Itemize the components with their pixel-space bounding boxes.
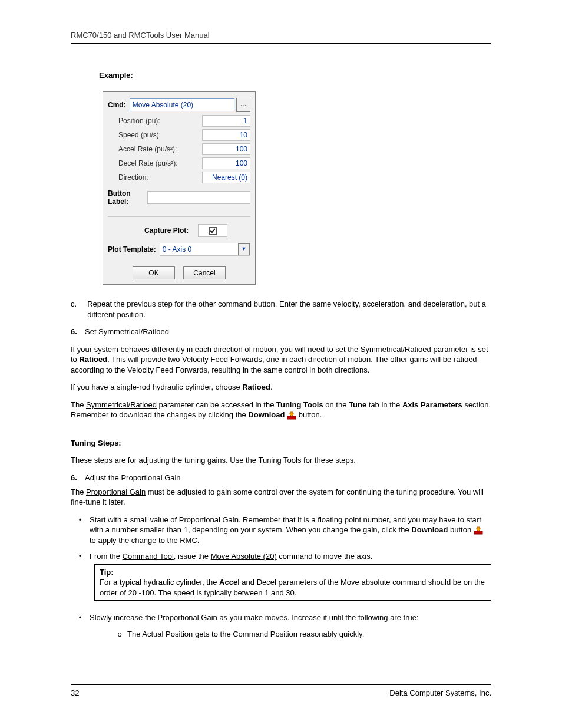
capture-plot-label: Capture Plot: — [144, 226, 189, 235]
bullet-dot: • — [71, 515, 90, 546]
param-speed-label: Speed (pu/s): — [108, 131, 202, 139]
param-speed-value[interactable] — [202, 129, 250, 141]
tuning-steps-heading: Tuning Steps: — [71, 438, 491, 449]
plot-template-select[interactable]: 0 - Axis 0 ▼ — [160, 243, 250, 256]
svg-rect-5 — [475, 532, 477, 532]
cancel-button[interactable]: Cancel — [183, 266, 226, 279]
tip-box: Tip: For a typical hydraulic cylinder, t… — [94, 564, 491, 601]
cmd-browse-button[interactable]: ... — [236, 98, 250, 112]
param-accel-label: Accel Rate (pu/s²): — [108, 145, 202, 153]
cmd-label: Cmd: — [108, 101, 126, 109]
svg-rect-2 — [289, 417, 290, 417]
step6b-text: Adjust the Proportional Gain — [85, 473, 181, 483]
step-c-text: Repeat the previous step for the other c… — [87, 299, 491, 319]
bullet-dot: • — [71, 612, 90, 623]
cmd-input[interactable] — [130, 98, 234, 111]
param-direction-value[interactable] — [202, 172, 250, 183]
para-single-rod: If you have a single-rod hydraulic cylin… — [71, 382, 491, 393]
tip-label: Tip: — [100, 567, 486, 578]
param-decel-value[interactable] — [202, 157, 250, 169]
step6b-marker: 6. — [71, 473, 85, 483]
link-proportional-gain[interactable]: Proportional Gain — [86, 487, 146, 496]
link-move-absolute[interactable]: Move Absolute (20) — [211, 552, 277, 561]
para-sym-ratioed-1: If your system behaves differently in ea… — [71, 344, 491, 375]
bullet-slowly-increase: Slowly increase the Proportional Gain as… — [90, 612, 491, 623]
page-header: RMC70/150 and RMCTools User Manual — [71, 31, 491, 44]
step6a-text: Set Symmetrical/Ratioed — [85, 327, 169, 337]
dialog-divider — [108, 216, 250, 217]
svg-rect-1 — [287, 416, 296, 419]
para-access-tuning-tools: The Symmetrical/Ratioed parameter can be… — [71, 400, 491, 420]
tip-text: For a typical hydraulic cylinder, the Ac… — [100, 577, 486, 598]
download-icon — [474, 526, 483, 535]
capture-plot-checkbox[interactable] — [198, 224, 227, 237]
page-number: 32 — [71, 689, 79, 697]
button-label-input[interactable] — [147, 191, 250, 204]
svg-rect-3 — [290, 417, 292, 417]
download-icon — [287, 411, 296, 420]
footer-company: Delta Computer Systems, Inc. — [389, 689, 491, 697]
header-title: RMC70/150 and RMCTools User Manual — [71, 31, 210, 39]
param-accel-value[interactable] — [202, 143, 250, 155]
plot-template-label: Plot Template: — [108, 245, 156, 253]
para-proportional-gain: The Proportional Gain must be adjusted t… — [71, 487, 491, 508]
link-command-tool[interactable]: Command Tool — [123, 552, 174, 561]
param-position-label: Position (pu): — [108, 117, 202, 125]
bullet-dot: • — [71, 551, 90, 562]
sub-marker: o — [112, 629, 127, 640]
step6a-marker: 6. — [71, 327, 85, 337]
bullet-command-tool: From the Command Tool, issue the Move Ab… — [90, 551, 491, 562]
param-decel-label: Decel Rate (pu/s²): — [108, 159, 202, 167]
button-label-label: Button Label: — [108, 189, 145, 206]
page-footer: 32 Delta Computer Systems, Inc. — [71, 684, 491, 697]
param-direction-label: Direction: — [108, 173, 202, 182]
plot-template-value: 0 - Axis 0 — [163, 245, 191, 253]
command-dialog: Cmd: ... Position (pu): Speed (pu/s): Ac… — [103, 91, 256, 285]
tuning-intro: These steps are for adjusting the tuning… — [71, 455, 491, 466]
sub-text: The Actual Position gets to the Command … — [127, 629, 364, 640]
step-c-marker: c. — [71, 299, 87, 319]
ok-button[interactable]: OK — [133, 266, 175, 279]
param-position-value[interactable] — [202, 115, 250, 127]
svg-rect-6 — [477, 532, 478, 532]
bullet-start-small: Start with a small value of Proportional… — [90, 515, 491, 546]
checkbox-checked-icon — [209, 227, 217, 235]
svg-rect-4 — [474, 531, 482, 534]
link-symmetrical-ratioed[interactable]: Symmetrical/Ratioed — [361, 345, 431, 354]
example-heading: Example: — [99, 71, 491, 80]
link-symmetrical-ratioed-2[interactable]: Symmetrical/Ratioed — [86, 400, 157, 409]
dropdown-button[interactable]: ▼ — [238, 243, 250, 255]
